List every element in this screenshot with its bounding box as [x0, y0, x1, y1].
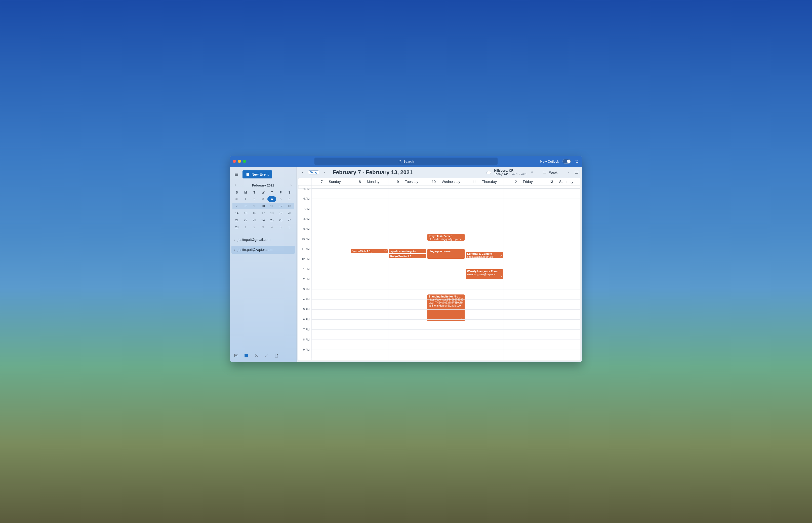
hour-cell[interactable]: [504, 340, 542, 349]
hour-cell[interactable]: [465, 349, 504, 360]
mini-day[interactable]: 6: [285, 196, 294, 202]
hour-cell[interactable]: [388, 289, 427, 299]
hour-cell[interactable]: [504, 349, 542, 360]
hour-cell[interactable]: [465, 279, 504, 289]
hour-cell[interactable]: Justin/Deb 1:1;: [350, 249, 389, 259]
hour-cell[interactable]: [542, 249, 580, 259]
mini-day[interactable]: 20: [285, 210, 294, 216]
hour-cell[interactable]: [504, 229, 542, 239]
hour-cell[interactable]: [350, 329, 389, 340]
tasks-icon[interactable]: [264, 354, 269, 359]
mini-day[interactable]: 26: [276, 217, 285, 223]
hour-cell[interactable]: [504, 188, 542, 199]
mini-next-month[interactable]: [289, 182, 293, 188]
hour-cell[interactable]: [504, 209, 542, 219]
mini-day[interactable]: 13: [288, 203, 291, 210]
day-header[interactable]: 10Wednesday: [427, 178, 465, 185]
hour-cell[interactable]: [350, 219, 389, 229]
mini-day[interactable]: 4: [267, 196, 276, 202]
hour-cell[interactable]: [465, 188, 504, 199]
hour-cell[interactable]: [542, 219, 580, 229]
view-switcher[interactable]: Week: [543, 170, 570, 175]
hour-cell[interactable]: [388, 329, 427, 340]
hour-cell[interactable]: [350, 319, 389, 329]
hour-cell[interactable]: [388, 229, 427, 239]
hour-cell[interactable]: [504, 199, 542, 209]
calendar-grid[interactable]: 5 AM6 AM7 AM8 AM9 AMPraytell <> Zapieral…: [298, 188, 580, 360]
prev-week-button[interactable]: [300, 170, 305, 175]
hour-cell[interactable]: [427, 199, 465, 209]
hour-cell[interactable]: [542, 299, 580, 309]
mini-day[interactable]: 11: [270, 203, 273, 210]
hour-cell[interactable]: [427, 269, 465, 279]
hour-cell[interactable]: [388, 269, 427, 279]
today-button[interactable]: Today: [308, 170, 319, 175]
mini-day[interactable]: 21: [232, 217, 241, 223]
hour-cell[interactable]: [388, 239, 427, 249]
calendar-grid-scroll[interactable]: 5 AM6 AM7 AM8 AM9 AMPraytell <> Zapieral…: [298, 188, 580, 360]
mini-day[interactable]: 18: [267, 210, 276, 216]
search-input[interactable]: Search: [315, 158, 497, 165]
hour-cell[interactable]: [388, 259, 427, 269]
hour-cell[interactable]: [427, 279, 465, 289]
hour-cell[interactable]: [388, 199, 427, 209]
hour-cell[interactable]: [350, 269, 389, 279]
mini-day[interactable]: 14: [232, 210, 241, 216]
hour-cell[interactable]: [311, 349, 350, 360]
hour-cell[interactable]: [311, 329, 350, 340]
mini-prev-month[interactable]: [233, 182, 238, 188]
mini-day[interactable]: 9: [253, 203, 255, 210]
hour-cell[interactable]: [311, 259, 350, 269]
hour-cell[interactable]: [350, 340, 389, 349]
hour-cell[interactable]: [311, 289, 350, 299]
hour-cell[interactable]: [427, 319, 465, 329]
day-header[interactable]: 9Tuesday: [388, 178, 427, 185]
calendar-event[interactable]: syndication targets: [389, 249, 426, 253]
hour-cell[interactable]: [542, 289, 580, 299]
hour-cell[interactable]: [427, 239, 465, 249]
day-header[interactable]: 8Monday: [350, 178, 389, 185]
hour-cell[interactable]: [465, 199, 504, 209]
hour-cell[interactable]: [311, 269, 350, 279]
account-row[interactable]: justin.pot@zapier.com: [231, 246, 295, 254]
notes-icon[interactable]: [274, 354, 279, 359]
mini-day[interactable]: 7: [236, 203, 238, 210]
hour-cell[interactable]: [427, 219, 465, 229]
mini-day[interactable]: 10: [261, 203, 265, 210]
next-week-button[interactable]: [322, 170, 327, 175]
hour-cell[interactable]: [542, 209, 580, 219]
hour-cell[interactable]: [311, 209, 350, 219]
day-header[interactable]: 13Saturday: [542, 178, 580, 185]
day-header[interactable]: 7Sunday: [311, 178, 350, 185]
mini-day[interactable]: 4: [267, 224, 276, 231]
calendar-event[interactable]: Editorial & Contenthttps://zapier.zoom.u…: [466, 252, 503, 258]
calendar-event[interactable]: Weekly Hangouts Zoomsean.loughran@zapier…: [466, 269, 503, 279]
mini-day[interactable]: 25: [267, 217, 276, 223]
hour-cell[interactable]: [504, 299, 542, 309]
hour-cell[interactable]: [504, 289, 542, 299]
hour-cell[interactable]: syndication targetsKalyn/Justin 1:1;: [388, 249, 427, 259]
mini-day[interactable]: 15: [241, 210, 250, 216]
hour-cell[interactable]: [388, 299, 427, 309]
hour-cell[interactable]: [388, 279, 427, 289]
calendar-icon[interactable]: [244, 354, 248, 359]
hour-cell[interactable]: [427, 299, 465, 309]
hour-cell[interactable]: [504, 319, 542, 329]
hour-cell[interactable]: [350, 229, 389, 239]
hour-cell[interactable]: [388, 349, 427, 360]
hour-cell[interactable]: [311, 340, 350, 349]
hour-cell[interactable]: [350, 188, 389, 199]
hour-cell[interactable]: [350, 309, 389, 319]
mini-day[interactable]: 17: [259, 210, 268, 216]
hour-cell[interactable]: [504, 329, 542, 340]
hour-cell[interactable]: [542, 279, 580, 289]
calendar-event[interactable]: Kalyn/Justin 1:1;: [389, 254, 426, 258]
hour-cell[interactable]: [427, 329, 465, 340]
hour-cell[interactable]: blog open house: [427, 249, 465, 259]
hour-cell[interactable]: [465, 229, 504, 239]
hour-cell[interactable]: [388, 309, 427, 319]
hour-cell[interactable]: [542, 188, 580, 199]
megaphone-icon[interactable]: [574, 159, 579, 164]
mini-day[interactable]: 31: [232, 196, 241, 202]
hour-cell[interactable]: Standing invite for Nic Cage Zoom linkht…: [427, 289, 465, 299]
